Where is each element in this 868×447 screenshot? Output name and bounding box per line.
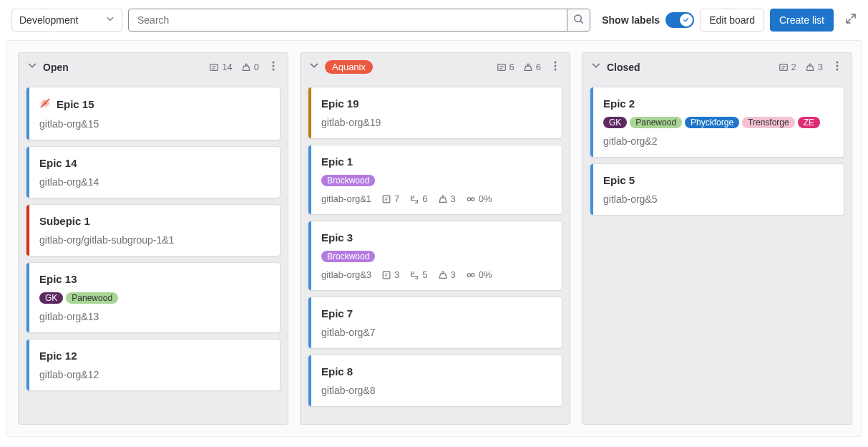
card-labels: Brockwood xyxy=(321,251,552,262)
svg-rect-12 xyxy=(383,196,390,203)
svg-rect-16 xyxy=(383,271,390,279)
column-menu-icon[interactable] xyxy=(832,60,843,74)
column-menu-icon[interactable] xyxy=(550,60,561,74)
chevron-down-icon[interactable] xyxy=(591,61,601,74)
label[interactable]: Panewood xyxy=(66,292,118,304)
create-list-button[interactable]: Create list xyxy=(770,9,834,32)
svg-point-5 xyxy=(273,69,275,71)
expand-icon[interactable] xyxy=(845,13,857,27)
card-stripe xyxy=(26,263,29,332)
card-stripe xyxy=(26,340,29,390)
svg-point-23 xyxy=(837,65,839,67)
board-selector[interactable]: Development xyxy=(11,9,122,32)
card[interactable]: Epic 5gitlab-org&5 xyxy=(590,163,844,216)
search-icon xyxy=(573,14,584,27)
card-labels: Brockwood xyxy=(321,175,552,186)
label[interactable]: GK xyxy=(39,292,63,304)
card[interactable]: Epic 3Brockwoodgitlab-org&33530% xyxy=(308,221,562,291)
card[interactable]: Epic 14gitlab-org&14 xyxy=(26,146,281,198)
card[interactable]: Epic 19gitlab-org&19 xyxy=(308,87,562,139)
card-title: Epic 15 xyxy=(39,97,270,111)
card[interactable]: Epic 8gitlab-org&8 xyxy=(308,355,562,407)
card-reference: gitlab-org&8 xyxy=(321,385,376,396)
card-stripe xyxy=(308,221,311,290)
card-reference: gitlab-org&3 xyxy=(321,269,371,280)
label[interactable]: ZE xyxy=(798,117,820,128)
progress-stat: 0% xyxy=(466,193,492,204)
label[interactable]: Brockwood xyxy=(321,175,375,186)
card-reference: gitlab-org&7 xyxy=(321,327,376,338)
card-stripe xyxy=(590,164,593,215)
card[interactable]: Epic 1Brockwoodgitlab-org&17630% xyxy=(308,145,562,215)
card-reference: gitlab-org&15 xyxy=(39,118,99,130)
label[interactable]: Trensforge xyxy=(742,117,795,128)
card-title: Epic 3 xyxy=(321,231,552,244)
card-reference: gitlab-org&1 xyxy=(321,193,371,204)
progress-stat: 0% xyxy=(466,269,492,280)
card-title: Epic 7 xyxy=(321,307,552,319)
svg-point-9 xyxy=(555,62,557,64)
card-reference: gitlab-org&19 xyxy=(321,117,381,128)
card-stripe xyxy=(308,87,311,138)
svg-point-19 xyxy=(471,273,474,276)
card-meta: gitlab-org&5 xyxy=(603,193,834,205)
label[interactable]: GK xyxy=(603,117,627,128)
label[interactable]: Phyckforge xyxy=(685,117,739,128)
svg-point-6 xyxy=(44,102,47,105)
card[interactable]: Epic 13GKPanewoodgitlab-org&13 xyxy=(26,262,281,333)
epic-count: 2 xyxy=(779,62,796,72)
card-reference: gitlab-org&12 xyxy=(39,369,99,380)
board-column: Aquanix66Epic 19gitlab-org&19Epic 1Brock… xyxy=(300,52,570,425)
svg-point-17 xyxy=(442,271,444,274)
card-list: Epic 2GKPanewoodPhyckforgeTrensforgeZEgi… xyxy=(582,81,852,425)
card-reference: gitlab-org&2 xyxy=(603,135,658,147)
board-column: Open140Epic 15gitlab-org&15Epic 14gitlab… xyxy=(18,52,288,425)
card-title: Epic 2 xyxy=(603,97,834,110)
weight-count: 3 xyxy=(805,62,823,72)
card-title: Epic 13 xyxy=(39,273,270,285)
card-reference: gitlab-org/gitlab-subgroup-1&1 xyxy=(39,234,174,246)
column-header: Aquanix66 xyxy=(300,52,570,81)
label[interactable]: Brockwood xyxy=(321,251,375,262)
column-header: Closed23 xyxy=(582,52,852,81)
card-meta: gitlab-org&12 xyxy=(39,369,270,380)
chevron-down-icon[interactable] xyxy=(27,61,37,74)
card-title: Epic 19 xyxy=(321,97,552,110)
label[interactable]: Panewood xyxy=(630,117,682,128)
card[interactable]: Epic 12gitlab-org&12 xyxy=(26,339,281,391)
card-title: Subepic 1 xyxy=(39,215,270,227)
search-button[interactable] xyxy=(567,9,590,31)
card-reference: gitlab-org&5 xyxy=(603,193,658,205)
svg-point-10 xyxy=(555,65,557,67)
search-box xyxy=(128,9,590,32)
card-list: Epic 19gitlab-org&19Epic 1Brockwoodgitla… xyxy=(300,81,570,425)
board-area: Open140Epic 15gitlab-org&15Epic 14gitlab… xyxy=(6,41,862,436)
card[interactable]: Epic 15gitlab-org&15 xyxy=(26,87,281,140)
show-labels-toggle[interactable] xyxy=(665,12,694,28)
search-input[interactable] xyxy=(129,14,567,26)
card-meta: gitlab-org&8 xyxy=(321,385,552,396)
svg-point-18 xyxy=(467,273,470,276)
card[interactable]: Epic 2GKPanewoodPhyckforgeTrensforgeZEgi… xyxy=(590,87,844,158)
card[interactable]: Epic 7gitlab-org&7 xyxy=(308,297,562,349)
card-meta: gitlab-org&2 xyxy=(603,135,834,147)
card-title: Epic 14 xyxy=(39,157,270,169)
show-labels-text: Show labels xyxy=(602,14,660,26)
weight-stat: 3 xyxy=(438,269,456,280)
svg-point-4 xyxy=(273,65,275,67)
card[interactable]: Subepic 1gitlab-org/gitlab-subgroup-1&1 xyxy=(26,204,281,256)
svg-point-13 xyxy=(442,196,444,198)
child-epic-count: 6 xyxy=(409,193,427,204)
issue-count: 3 xyxy=(381,269,399,280)
card-title: Epic 1 xyxy=(321,155,552,168)
board-column: Closed23Epic 2GKPanewoodPhyckforgeTrensf… xyxy=(582,52,852,425)
weight-stat: 3 xyxy=(438,193,456,204)
epic-count: 6 xyxy=(497,62,515,72)
card-meta: gitlab-org&33530% xyxy=(321,269,552,280)
column-counts: 66 xyxy=(497,60,561,74)
column-menu-icon[interactable] xyxy=(268,60,279,74)
chevron-down-icon[interactable] xyxy=(309,61,319,74)
edit-board-button[interactable]: Edit board xyxy=(700,9,764,32)
card-list: Epic 15gitlab-org&15Epic 14gitlab-org&14… xyxy=(18,81,288,425)
svg-point-15 xyxy=(471,197,474,200)
